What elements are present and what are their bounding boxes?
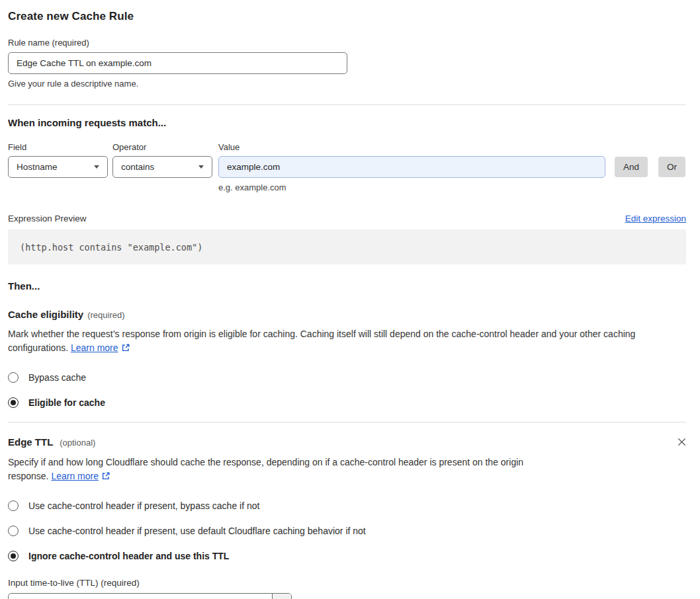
radio-circle-selected — [8, 551, 19, 561]
rule-name-helper: Give your rule a descriptive name. — [8, 79, 686, 89]
radio-circle-unselected — [8, 500, 19, 511]
rule-name-section: Rule name (required) Give your rule a de… — [8, 38, 686, 89]
operator-select[interactable]: contains — [112, 156, 212, 178]
chevron-down-icon — [198, 165, 204, 169]
operator-select-value: contains — [121, 162, 154, 172]
radio-label: Bypass cache — [28, 372, 86, 383]
radio-label: Use cache-control header if present, byp… — [28, 500, 259, 511]
rule-name-input[interactable] — [8, 52, 347, 74]
edge-ttl-title-wrap: Edge TTL (optional) — [8, 436, 95, 448]
radio-label: Eligible for cache — [28, 397, 105, 408]
radio-label: Use cache-control header if present, use… — [28, 526, 366, 536]
cache-eligibility-description: Mark whether the request’s response from… — [8, 327, 686, 356]
value-label: Value — [218, 142, 240, 152]
match-labels-row: Field Operator Value — [8, 142, 686, 152]
page-title: Create new Cache Rule — [8, 10, 686, 23]
external-link-icon — [101, 471, 110, 485]
match-controls-row: Hostname contains And Or — [8, 156, 686, 178]
value-helper: e.g. example.com — [218, 182, 686, 192]
ttl-label: Input time-to-live (TTL) (required) — [8, 578, 686, 588]
radio-circle-unselected — [8, 372, 19, 383]
radio-ignore-header-use-ttl[interactable]: Ignore cache-control header and use this… — [8, 551, 686, 561]
field-select[interactable]: Hostname — [8, 156, 108, 178]
ttl-select-arrow-button[interactable] — [272, 594, 291, 599]
section-divider — [8, 422, 686, 422]
cache-eligibility-learn-more-link[interactable]: Learn more — [71, 342, 118, 353]
expression-text: (http.host contains "example.com") — [20, 242, 202, 253]
edge-ttl-learn-more-link[interactable]: Learn more — [51, 471, 99, 481]
chevron-down-icon — [94, 165, 99, 169]
edit-expression-link[interactable]: Edit expression — [625, 214, 686, 223]
cache-eligibility-title: Cache eligibility — [8, 309, 83, 320]
cache-eligibility-header: Cache eligibility (required) — [8, 309, 686, 320]
edge-ttl-title: Edge TTL — [8, 436, 53, 448]
radio-circle-unselected — [8, 526, 19, 536]
rule-name-label: Rule name (required) — [8, 38, 686, 48]
create-cache-rule-form: Create new Cache Rule Rule name (require… — [0, 0, 700, 599]
cache-eligibility-qualifier: (required) — [87, 310, 124, 320]
radio-circle-selected — [8, 397, 19, 408]
ttl-select-value: 1 day — [9, 594, 272, 599]
match-heading: When incoming requests match... — [8, 117, 686, 128]
edge-ttl-qualifier: (optional) — [60, 438, 95, 448]
close-icon[interactable] — [676, 436, 688, 448]
operator-label: Operator — [112, 142, 218, 152]
edge-ttl-description: Specify if and how long Cloudflare shoul… — [8, 456, 564, 485]
expression-preview-label: Expression Preview — [8, 214, 87, 223]
radio-use-header-bypass[interactable]: Use cache-control header if present, byp… — [8, 500, 686, 511]
expression-preview-box: (http.host contains "example.com") — [8, 229, 686, 264]
radio-eligible-for-cache[interactable]: Eligible for cache — [8, 397, 686, 408]
or-button[interactable]: Or — [658, 157, 685, 177]
expression-preview-row: Expression Preview Edit expression — [8, 214, 686, 223]
value-input[interactable] — [218, 156, 605, 178]
external-link-icon — [121, 342, 130, 356]
field-select-value: Hostname — [17, 162, 58, 172]
edge-ttl-header: Edge TTL (optional) — [8, 436, 686, 448]
section-divider — [8, 104, 686, 105]
radio-bypass-cache[interactable]: Bypass cache — [8, 372, 686, 383]
radio-label: Ignore cache-control header and use this… — [28, 551, 229, 561]
radio-use-header-default[interactable]: Use cache-control header if present, use… — [8, 526, 686, 536]
then-heading: Then... — [8, 280, 686, 292]
and-button[interactable]: And — [615, 157, 648, 177]
field-label: Field — [8, 142, 112, 152]
ttl-select[interactable]: 1 day — [8, 593, 292, 599]
